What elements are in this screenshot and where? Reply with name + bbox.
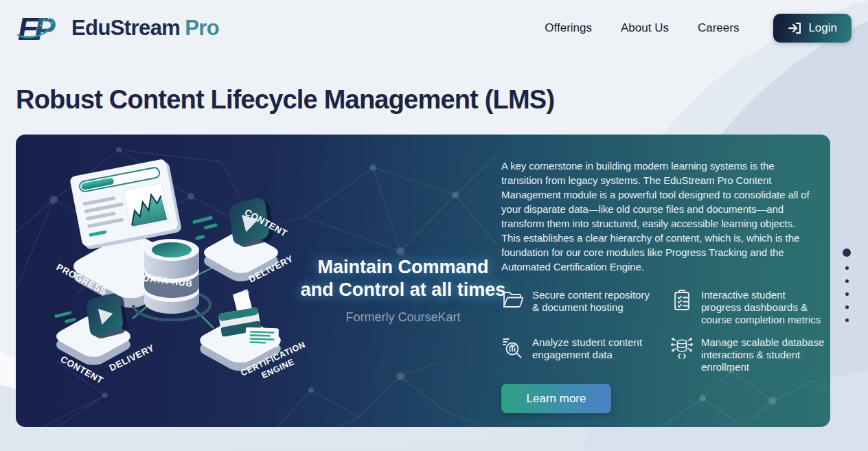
brand-logo-icon: E P (16, 10, 66, 46)
carousel-dot-5[interactable] (845, 305, 849, 309)
carousel-dot-3[interactable] (845, 279, 849, 283)
nav-item-about-us[interactable]: About Us (621, 21, 669, 35)
hero-headline-block: Maintain Command and Control at all time… (289, 256, 517, 325)
learn-more-button[interactable]: Learn more (501, 384, 611, 413)
feature-engagement-analytics: Analyze student content engagement data (501, 336, 656, 373)
carousel-dot-6[interactable] (845, 319, 849, 322)
hero-headline-line2: and Control at all times (289, 279, 517, 301)
feature-text: Secure content repository & document hos… (532, 288, 656, 314)
login-button-label: Login (808, 21, 837, 35)
progress-dashboard-monitor (69, 158, 182, 251)
login-arrow-icon (788, 22, 801, 34)
folder-icon (501, 288, 525, 312)
progress-dashboard-icon (670, 288, 694, 312)
nav-item-offerings[interactable]: Offerings (545, 21, 592, 35)
carousel-dots (839, 248, 854, 322)
brand-name-suffix: Pro (185, 16, 219, 40)
database-network-icon (670, 336, 694, 359)
feature-progress-dashboards: Interactive student progress dashboards … (670, 288, 828, 326)
feature-text: Interactive student progress dashboards … (701, 288, 828, 326)
feature-text: Analyze student content engagement data (532, 336, 656, 361)
data-hub-cylinder: DATA HUB (142, 239, 199, 314)
svg-text:P: P (34, 11, 56, 46)
hero-content-column: A key cornerstone in building modern lea… (501, 159, 814, 413)
login-button[interactable]: Login (773, 14, 852, 43)
feature-secure-repository: Secure content repository & document hos… (501, 288, 656, 326)
carousel-dot-2[interactable] (845, 266, 849, 270)
page-title: Robust Content Lifecycle Management (LMS… (16, 85, 554, 115)
nav-item-careers[interactable]: Careers (698, 21, 739, 35)
hero-headline-line1: Maintain Command (289, 256, 517, 279)
feature-database-enrollment: Manage scalable database interactions & … (670, 336, 828, 373)
top-navigation-bar: E P EduStreamPro Offerings About Us Care… (0, 0, 868, 56)
hero-card: DATA HUB (16, 135, 830, 427)
feature-grid: Secure content repository & document hos… (501, 288, 814, 373)
carousel-dot-1[interactable] (843, 248, 851, 257)
brand-name-main: EduStream (71, 16, 180, 40)
nav-links: Offerings About Us Careers Login (545, 14, 852, 43)
feature-text: Manage scalable database interactions & … (701, 336, 828, 373)
brand-logo[interactable]: E P EduStreamPro (16, 10, 219, 46)
hero-subheadline: Formerly CourseKart (289, 310, 517, 325)
brand-name: EduStreamPro (71, 16, 219, 41)
analytics-search-icon (501, 336, 525, 359)
carousel-dot-4[interactable] (845, 292, 849, 296)
hero-paragraph: A key cornerstone in building modern lea… (501, 159, 814, 274)
